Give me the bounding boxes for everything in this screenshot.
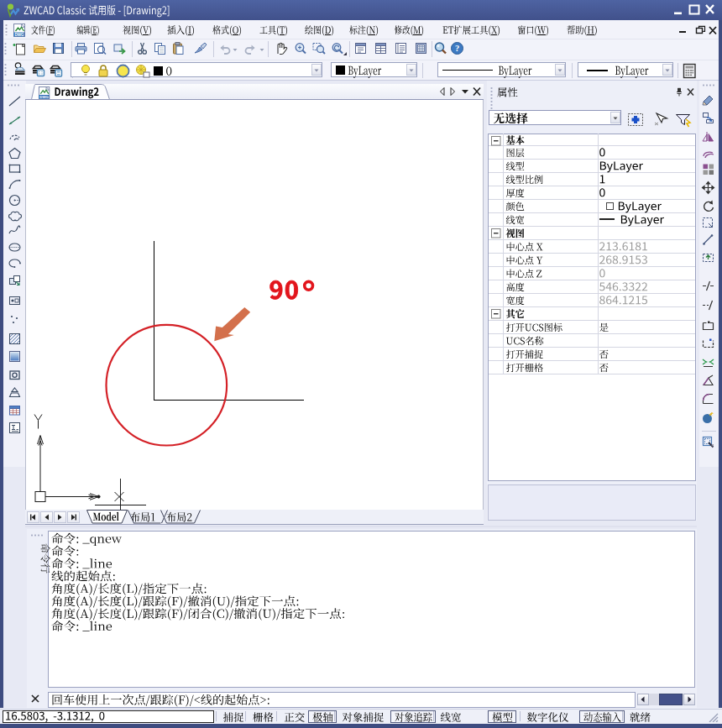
svg-text:DWG: DWG bbox=[14, 33, 24, 37]
svg-text:?: ? bbox=[455, 44, 459, 53]
svg-text:DWG: DWG bbox=[39, 95, 49, 99]
